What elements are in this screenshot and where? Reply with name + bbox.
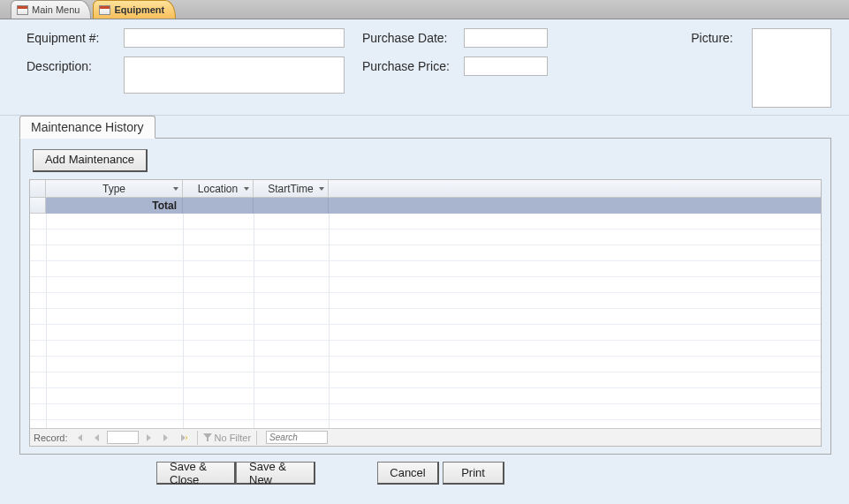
chevron-down-icon bbox=[173, 187, 178, 191]
tab-equipment-label: Equipment bbox=[114, 4, 164, 15]
select-all-rows[interactable] bbox=[30, 180, 46, 197]
nav-new-button[interactable] bbox=[176, 431, 192, 445]
datasheet-header: Type Location StartTime bbox=[30, 180, 821, 198]
total-label: Total bbox=[46, 198, 183, 214]
description-input[interactable] bbox=[124, 56, 345, 94]
add-maintenance-label: Add Maintenance bbox=[45, 153, 134, 166]
picture-label: Picture: bbox=[681, 28, 743, 108]
record-number-input[interactable] bbox=[107, 431, 139, 444]
column-starttime[interactable]: StartTime bbox=[254, 180, 329, 197]
purchase-date-input[interactable] bbox=[464, 28, 548, 48]
first-icon bbox=[75, 433, 84, 442]
form-icon bbox=[17, 5, 28, 15]
filter-indicator[interactable]: No Filter bbox=[203, 433, 252, 443]
tabcontrol-header: Maintenance History bbox=[19, 116, 831, 139]
save-new-label: Save & New bbox=[249, 460, 301, 486]
nav-first-button[interactable] bbox=[72, 431, 87, 445]
tab-main-menu[interactable]: Main Menu bbox=[11, 0, 91, 19]
purchase-price-input[interactable] bbox=[464, 56, 548, 76]
total-row: Total bbox=[30, 198, 821, 214]
record-navigator: Record: bbox=[30, 428, 821, 446]
save-close-button[interactable]: Save & Close bbox=[156, 462, 236, 485]
new-record-icon bbox=[179, 433, 188, 442]
record-label: Record: bbox=[34, 433, 68, 443]
purchase-price-label: Purchase Price: bbox=[362, 56, 464, 73]
next-icon bbox=[144, 433, 153, 442]
add-maintenance-button[interactable]: Add Maintenance bbox=[33, 149, 148, 172]
funnel-icon bbox=[203, 433, 212, 442]
tab-main-menu-label: Main Menu bbox=[32, 4, 80, 15]
purchase-date-label: Purchase Date: bbox=[362, 28, 464, 45]
column-starttime-label: StartTime bbox=[268, 183, 314, 195]
description-label: Description: bbox=[27, 56, 124, 73]
form-footer-buttons: Save & Close Save & New Cancel Print bbox=[19, 455, 831, 493]
form-header: Equipment #: Description: Purchase Date:… bbox=[0, 19, 849, 116]
save-close-label: Save & Close bbox=[170, 460, 222, 486]
tabcontrol-body: Add Maintenance Type Location StartTime bbox=[19, 138, 831, 455]
column-type[interactable]: Type bbox=[46, 180, 183, 197]
nav-prev-button[interactable] bbox=[89, 431, 105, 445]
print-button[interactable]: Print bbox=[443, 462, 504, 485]
no-filter-label: No Filter bbox=[215, 433, 252, 443]
total-location-cell bbox=[183, 198, 254, 214]
last-icon bbox=[162, 433, 171, 442]
total-starttime-cell bbox=[254, 198, 329, 214]
nav-last-button[interactable] bbox=[158, 431, 174, 445]
chevron-down-icon bbox=[244, 187, 249, 191]
search-input[interactable] bbox=[266, 431, 328, 444]
nav-next-button[interactable] bbox=[140, 431, 156, 445]
picture-box[interactable] bbox=[752, 28, 831, 108]
maintenance-datasheet: Type Location StartTime bbox=[29, 179, 822, 447]
column-location-label: Location bbox=[198, 183, 238, 195]
window-tab-bar: Main Menu Equipment bbox=[0, 0, 849, 19]
column-location[interactable]: Location bbox=[183, 180, 254, 197]
equipment-no-label: Equipment #: bbox=[27, 28, 124, 45]
print-label: Print bbox=[461, 466, 485, 479]
datasheet-body[interactable]: Total bbox=[30, 198, 821, 428]
tab-maintenance-history[interactable]: Maintenance History bbox=[19, 116, 155, 139]
chevron-down-icon bbox=[319, 187, 324, 191]
tab-maintenance-history-label: Maintenance History bbox=[31, 120, 144, 134]
save-new-button[interactable]: Save & New bbox=[236, 462, 315, 485]
column-type-label: Type bbox=[102, 183, 125, 195]
cancel-label: Cancel bbox=[390, 466, 425, 479]
cancel-button[interactable]: Cancel bbox=[377, 462, 439, 485]
equipment-no-input[interactable] bbox=[124, 28, 345, 48]
row-selector[interactable] bbox=[30, 198, 46, 214]
tab-equipment[interactable]: Equipment bbox=[93, 0, 176, 19]
form-icon bbox=[99, 5, 110, 15]
prev-icon bbox=[93, 433, 102, 442]
